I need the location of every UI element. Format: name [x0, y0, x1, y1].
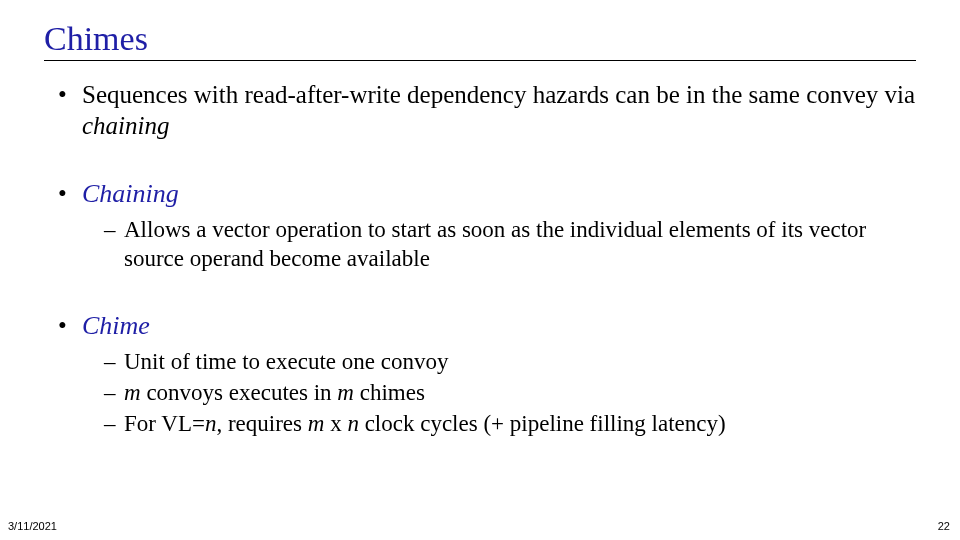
bullet-3-sub-3-n: n — [205, 411, 217, 436]
bullet-2-sub-1-text: Allows a vector operation to start as so… — [124, 217, 866, 271]
bullet-3: Chime Unit of time to execute one convoy… — [58, 310, 916, 439]
bullet-3-sub-2-m2: m — [337, 380, 354, 405]
bullet-2-heading: Chaining — [82, 179, 179, 208]
footer-date: 3/11/2021 — [8, 520, 57, 532]
bullet-3-sub-3-m: m — [308, 411, 325, 436]
bullet-3-sub-3-end: clock cycles (+ pipeline filling latency… — [359, 411, 726, 436]
bullet-2-sub-1: Allows a vector operation to start as so… — [104, 216, 916, 274]
bullet-2-sublist: Allows a vector operation to start as so… — [82, 216, 916, 274]
bullet-3-sub-2: m convoys executes in m chimes — [104, 379, 916, 408]
bullet-3-sub-2-mid: convoys executes in — [141, 380, 338, 405]
bullet-3-heading: Chime — [82, 311, 150, 340]
bullet-list: Sequences with read-after-write dependen… — [44, 79, 916, 438]
slide: Chimes Sequences with read-after-write d… — [0, 0, 960, 540]
bullet-3-sub-3-pre: For VL= — [124, 411, 205, 436]
bullet-3-sub-2-m1: m — [124, 380, 141, 405]
bullet-3-sub-3-n2: n — [347, 411, 359, 436]
bullet-3-sub-3: For VL=n, requires m x n clock cycles (+… — [104, 410, 916, 439]
bullet-3-sub-1-text: Unit of time to execute one convoy — [124, 349, 448, 374]
bullet-1-italic: chaining — [82, 112, 170, 139]
bullet-3-sub-1: Unit of time to execute one convoy — [104, 348, 916, 377]
bullet-1: Sequences with read-after-write dependen… — [58, 79, 916, 142]
bullet-2: Chaining Allows a vector operation to st… — [58, 178, 916, 274]
bullet-3-sub-3-mid: , requires — [216, 411, 307, 436]
bullet-3-sub-2-end: chimes — [354, 380, 425, 405]
bullet-3-sub-3-x: x — [324, 411, 347, 436]
slide-title: Chimes — [44, 20, 916, 61]
bullet-1-text: Sequences with read-after-write dependen… — [82, 81, 915, 108]
bullet-3-sublist: Unit of time to execute one convoy m con… — [82, 348, 916, 438]
footer-page-number: 22 — [938, 520, 950, 532]
